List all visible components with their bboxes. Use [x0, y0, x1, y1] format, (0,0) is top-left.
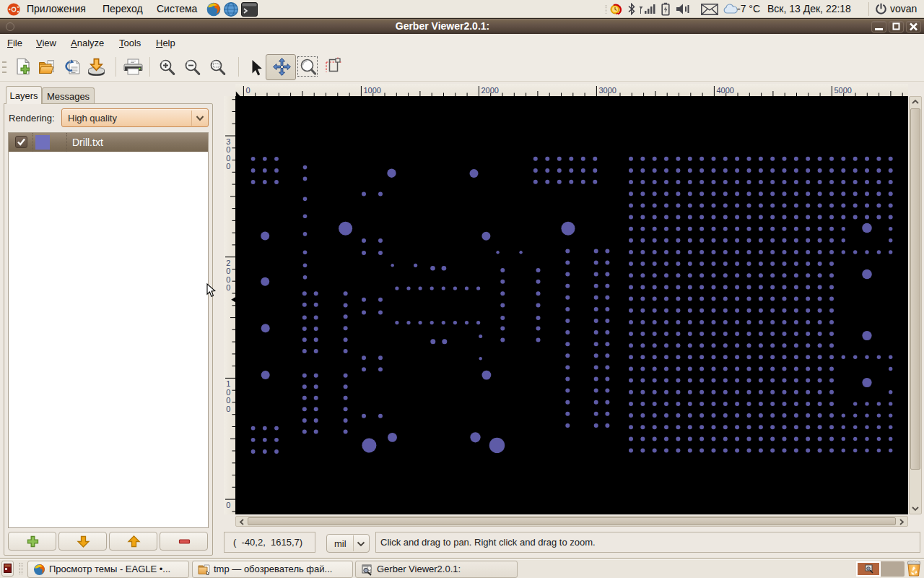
svg-text:0: 0: [226, 154, 230, 163]
svg-text:0: 0: [226, 388, 230, 397]
svg-text:0: 0: [245, 86, 250, 95]
svg-text:2: 2: [226, 259, 230, 267]
svg-text:1000: 1000: [363, 86, 380, 95]
svg-text:0: 0: [226, 283, 230, 292]
svg-text:0: 0: [226, 275, 230, 284]
svg-text:4000: 4000: [716, 86, 733, 95]
svg-text:1: 1: [226, 379, 230, 388]
svg-text:0: 0: [226, 405, 230, 413]
svg-text:0: 0: [226, 145, 230, 154]
svg-text:2000: 2000: [481, 86, 498, 95]
svg-text:0: 0: [226, 396, 230, 405]
svg-text:3: 3: [226, 137, 230, 146]
svg-text:5000: 5000: [834, 86, 851, 95]
svg-text:0: 0: [226, 267, 230, 275]
svg-text:3000: 3000: [598, 86, 616, 95]
svg-text:0: 0: [226, 162, 230, 171]
svg-text:0: 0: [226, 501, 230, 509]
